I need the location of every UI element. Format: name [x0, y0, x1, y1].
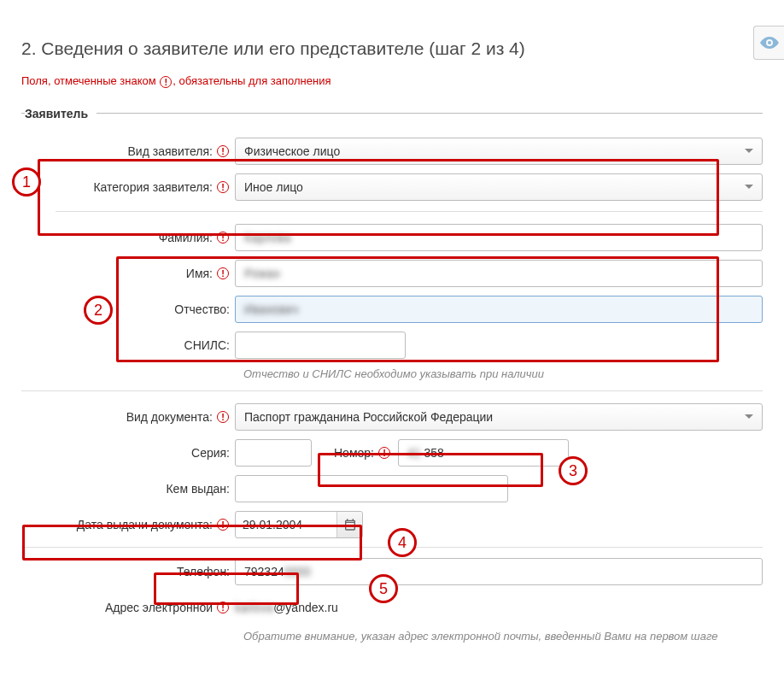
label-phone: Телефон:	[21, 565, 235, 578]
label-patronymic: Отчество:	[21, 302, 235, 316]
applicant-category-select[interactable]: Иное лицо	[235, 173, 763, 201]
calendar-icon	[343, 518, 357, 531]
label-number: Номер:	[334, 446, 391, 460]
label-snils: СНИЛС:	[21, 338, 235, 352]
snils-input[interactable]	[235, 332, 406, 359]
phone-input[interactable]: 7923240000	[235, 558, 763, 585]
label-email: Адрес электронной	[21, 601, 235, 614]
required-icon	[217, 602, 229, 613]
hint-snils: Отчество и СНИЛС необходимо указывать пр…	[243, 367, 763, 380]
patronymic-input[interactable]: Иванович	[235, 296, 763, 323]
document-type-select[interactable]: Паспорт гражданина Российской Федерации	[235, 403, 763, 431]
group-legend: Заявитель	[25, 107, 97, 120]
eye-icon	[759, 32, 780, 53]
chevron-down-icon	[745, 185, 753, 189]
page-title: 2. Сведения о заявителе или его представ…	[21, 38, 763, 59]
label-document-type: Вид документа:	[21, 410, 235, 424]
issue-date-input[interactable]: 29.01.2004	[235, 511, 363, 538]
chevron-down-icon	[745, 414, 753, 419]
label-applicant-category: Категория заявителя:	[21, 180, 235, 194]
applicant-group: Заявитель Вид заявителя: Физическое лицо…	[21, 107, 763, 653]
required-icon	[378, 447, 390, 459]
applicant-type-select[interactable]: Физическое лицо	[235, 138, 763, 165]
surname-input[interactable]: Карлова	[235, 224, 763, 251]
required-fields-note: Поля, отмеченные знаком , обязательны дл…	[21, 74, 763, 88]
required-icon	[217, 267, 229, 279]
label-series: Серия:	[21, 446, 235, 460]
required-icon	[217, 232, 229, 244]
label-issued-by: Кем выдан:	[21, 482, 235, 496]
required-icon	[217, 181, 229, 193]
required-icon	[217, 411, 229, 423]
number-input[interactable]: 41 358	[398, 439, 569, 467]
chevron-down-icon	[745, 149, 753, 153]
issued-by-input[interactable]	[235, 475, 508, 502]
calendar-button[interactable]	[336, 512, 362, 537]
required-icon	[217, 145, 229, 157]
required-icon	[217, 519, 229, 531]
series-input[interactable]	[235, 439, 312, 467]
email-readonly: karlova@yandex.ru	[235, 594, 763, 621]
label-applicant-type: Вид заявителя:	[21, 144, 235, 158]
name-input[interactable]: Роман	[235, 260, 763, 287]
accessibility-toggle[interactable]	[753, 26, 784, 60]
label-issue-date: Дата выдачи документа:	[21, 518, 235, 531]
label-name: Имя:	[21, 267, 235, 280]
required-icon	[160, 76, 172, 88]
label-surname: Фамилия:	[21, 231, 235, 244]
hint-email: Обратите внимание, указан адрес электрон…	[243, 630, 763, 643]
